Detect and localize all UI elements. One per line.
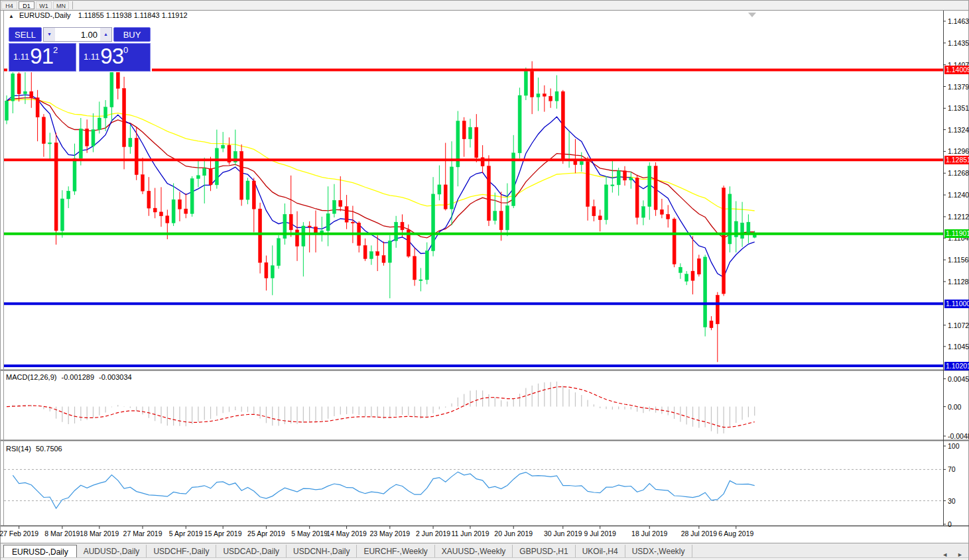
date-axis-label: 5 May 2019 [291, 530, 328, 537]
sell-price-prefix: 1.11 [13, 52, 29, 62]
date-axis-label: 27 Feb 2019 [0, 530, 38, 537]
buy-price-big-digits: 93 [100, 44, 123, 68]
price-level-tag: 1.10201 [944, 362, 969, 370]
macd-name: MACD(12,26,9) [6, 373, 56, 381]
date-axis-label: 27 Mar 2019 [123, 530, 162, 537]
chart-header: ▲ EURUSD-,Daily 1.11855 1.11938 1.11843 … [9, 11, 188, 19]
price-axis-tick: 1.12400 [948, 191, 969, 199]
chart-symbol-period: EURUSD-,Daily [19, 11, 71, 19]
rsi-axis-tick: 0 [948, 520, 952, 528]
timeframe-button-w1[interactable]: W1 [36, 1, 52, 9]
price-axis-tick: 1.11565 [948, 256, 969, 264]
chart-plot-area[interactable] [1, 1, 969, 560]
toolbar-separator [72, 1, 73, 9]
date-axis-label: 20 Jun 2019 [494, 530, 533, 537]
rsi-indicator-label: RSI(14) 50.7506 [6, 445, 65, 453]
volume-decrease-icon[interactable]: ▼ [44, 28, 55, 41]
date-axis-label: 28 Jul 2019 [681, 530, 717, 537]
collapse-trade-panel-icon[interactable]: ▲ [9, 13, 14, 19]
chart-ohlc-values: 1.11855 1.11938 1.11843 1.11912 [78, 11, 188, 19]
symbol-tab-usdcnh-daily[interactable]: USDCNH-,Daily [287, 545, 357, 558]
macd-value-1: -0.001289 [61, 373, 94, 381]
macd-indicator-label: MACD(12,26,9) -0.001289 -0.003034 [6, 373, 135, 381]
status-bar [1, 557, 968, 560]
buy-button[interactable]: BUY [113, 27, 151, 42]
date-axis-label: 11 Jun 2019 [451, 530, 489, 537]
sell-price-display[interactable]: 1.11912 [9, 43, 76, 72]
price-axis-tick: 1.12120 [948, 213, 969, 221]
price-axis-tick: 1.11285 [948, 278, 969, 286]
price-axis-tick: 1.13795 [948, 83, 969, 91]
macd-axis-tick: -0.004806 [948, 432, 969, 440]
date-axis-label: 25 Apr 2019 [247, 530, 285, 537]
volume-increase-icon[interactable]: ▲ [100, 28, 111, 41]
sell-price-pip-digit: 2 [53, 45, 58, 55]
price-level-tag: 1.11901 [944, 229, 969, 238]
volume-stepper: ▼ ▲ [43, 27, 112, 42]
date-axis-label: 18 Mar 2019 [80, 530, 119, 537]
price-axis-tick: 1.12680 [948, 169, 969, 177]
symbol-tab-eurusd-daily[interactable]: EURUSD-,Daily [3, 545, 77, 559]
rsi-value: 50.7506 [36, 445, 62, 453]
symbol-tab-audusd-daily[interactable]: AUDUSD-,Daily [77, 545, 147, 558]
date-axis-label: 18 Jul 2019 [631, 530, 667, 537]
symbol-tab-ukoil-h4[interactable]: UKOil-,H4 [576, 545, 625, 558]
rsi-axis-tick: 70 [948, 465, 956, 473]
rsi-axis-tick: 30 [948, 497, 956, 505]
timeframe-button-d1[interactable]: D1 [19, 1, 34, 9]
date-axis-label: 30 Jun 2019 [544, 530, 582, 537]
timeframe-button-mn[interactable]: MN [53, 1, 69, 9]
macd-axis-tick: 0.00 [948, 403, 961, 411]
buy-price-pip-digit: 0 [123, 45, 128, 55]
price-level-tag: 1.11000 [944, 300, 969, 308]
date-axis-label: 23 May 2019 [369, 530, 410, 537]
buy-price-prefix: 1.11 [84, 52, 99, 62]
volume-input[interactable] [55, 28, 100, 41]
date-axis-label: 15 Apr 2019 [204, 530, 242, 537]
symbol-tab-usdcad-daily[interactable]: USDCAD-,Daily [216, 545, 287, 558]
one-click-trade-panel: SELL ▼ ▲ BUY 1.11912 1.11930 [7, 26, 152, 72]
date-axis-label: 8 Mar 2019 [44, 530, 80, 537]
timeframe-button-h4[interactable]: H4 [1, 1, 17, 9]
symbol-tab-usdx-weekly[interactable]: USDX-,Weekly [625, 545, 692, 558]
rsi-axis-tick: 100 [948, 442, 960, 450]
symbol-tab-eurchf-weekly[interactable]: EURCHF-,Weekly [357, 545, 434, 558]
symbol-tab-xauusd-weekly[interactable]: XAUUSD-,Weekly [435, 545, 513, 558]
macd-axis-tick: 0.004517 [948, 375, 969, 383]
date-axis-label: 14 May 2019 [326, 530, 367, 537]
symbol-tab-gbpusd-h1[interactable]: GBPUSD-,H1 [513, 545, 575, 558]
macd-value-2: -0.003034 [99, 373, 132, 381]
price-axis-tick: 1.14635 [948, 17, 969, 25]
sell-price-big-digits: 91 [30, 44, 53, 68]
price-axis-tick: 1.10450 [948, 343, 969, 351]
date-axis-label: 2 Jun 2019 [416, 530, 450, 537]
symbol-tab-bar: EURUSD-,DailyAUDUSD-,DailyUSDCHF-,DailyU… [1, 543, 968, 558]
price-axis-tick: 1.12960 [948, 147, 969, 155]
price-axis-tick: 1.13515 [948, 104, 969, 112]
date-axis-label: 9 Jul 2019 [584, 530, 615, 537]
price-level-tag: 1.14009 [944, 66, 969, 74]
price-axis-tick: 1.10725 [948, 321, 969, 329]
date-axis-label: 5 Apr 2019 [169, 530, 203, 537]
terminal-window: H4D1W1MN ▲ EURUSD-,Daily 1.11855 1.11938… [0, 0, 969, 560]
sell-button[interactable]: SELL [9, 27, 42, 42]
symbol-tab-usdchf-daily[interactable]: USDCHF-,Daily [147, 545, 216, 558]
price-axis-tick: 1.14355 [948, 39, 969, 47]
price-level-tag: 1.12851 [944, 156, 969, 164]
buy-price-display[interactable]: 1.11930 [79, 43, 151, 72]
date-axis-label: 6 Aug 2019 [718, 530, 753, 537]
rsi-name: RSI(14) [6, 445, 31, 453]
timeframe-toolbar: H4D1W1MN [1, 1, 968, 11]
price-axis-tick: 1.13240 [948, 126, 969, 134]
